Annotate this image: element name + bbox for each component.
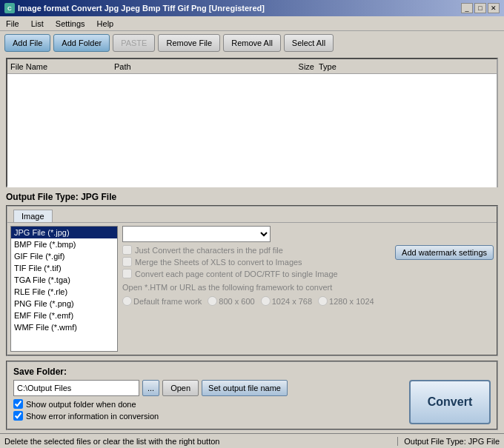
radio-default: Default frame work [122,296,202,306]
doc-checkbox-row: Convert each page content of DOC/RTF to … [122,269,392,278]
format-item-bmp[interactable]: BMP File (*.bmp) [11,238,117,250]
radio-800-input[interactable] [208,296,217,306]
paste-button[interactable]: PASTE [113,34,155,52]
maximize-button[interactable]: □ [474,3,486,13]
window-title: Image format Convert Jpg Jpeg Bmp Tiff G… [18,4,265,13]
options-right: Just Convert the characters in the pdf f… [122,226,494,352]
framework-label: Open *.HTM or URL as the following frame… [122,283,494,292]
radio-row: Default frame work 800 x 600 1024 x 768 … [122,296,494,306]
main-content: File Name Path Size Type Output File Typ… [0,55,504,433]
status-left: Delete the selected files or clear the l… [4,437,219,446]
col-header-filename: File Name [10,62,114,71]
radio-default-label: Default frame work [133,297,202,306]
image-tab[interactable]: Image [13,210,53,222]
options-panel: Image JPG File (*.jpg) BMP File (*.bmp) … [6,205,498,356]
remove-file-button[interactable]: Remove File [158,34,220,52]
options-checkboxes: Just Convert the characters in the pdf f… [122,245,392,278]
xls-checkbox[interactable] [122,257,132,267]
format-item-emf[interactable]: EMF File (*.emf) [11,310,117,321]
save-folder-input[interactable] [13,380,139,396]
radio-1024: 1024 x 768 [261,296,312,306]
show-error-checkbox-row: Show error information in conversion [13,411,403,421]
doc-checkbox[interactable] [122,269,132,278]
menu-bar: File List Settings Help [0,16,504,31]
radio-1024-label: 1024 x 768 [272,297,312,306]
format-item-wmf[interactable]: WMF File (*.wmf) [11,321,117,333]
format-list: JPG File (*.jpg) BMP File (*.bmp) GIF Fi… [10,226,118,352]
pdf-checkbox-row: Just Convert the characters in the pdf f… [122,245,392,255]
menu-list[interactable]: List [28,19,47,29]
status-bar: Delete the selected files or clear the l… [0,433,504,448]
add-file-button[interactable]: Add File [4,34,50,52]
pdf-checkbox-label: Just Convert the characters in the pdf f… [135,246,283,255]
menu-file[interactable]: File [3,19,22,29]
open-button[interactable]: Open [162,380,199,396]
show-folder-checkbox-row: Show output folder when done [13,399,403,409]
show-folder-label: Show output folder when done [26,400,136,409]
window-controls: _ □ ✕ [461,3,500,13]
save-folder-label: Save Folder: [13,367,491,377]
format-item-rle[interactable]: RLE File (*.rle) [11,286,117,298]
add-folder-button[interactable]: Add Folder [53,34,110,52]
radio-1024-input[interactable] [261,296,271,306]
set-output-button[interactable]: Set output file name [202,380,288,396]
options-body: JPG File (*.jpg) BMP File (*.bmp) GIF Fi… [7,222,497,355]
menu-help[interactable]: Help [94,19,117,29]
menu-settings[interactable]: Settings [53,19,88,29]
col-header-size: Size [273,62,314,71]
doc-checkbox-label: Convert each page content of DOC/RTF to … [135,270,338,278]
browse-button[interactable]: ... [142,380,159,396]
save-checkboxes: Show output folder when done Show error … [13,399,403,421]
status-right: Output File Type: JPG File [397,437,500,446]
file-list-panel: File Name Path Size Type [6,58,498,187]
remove-all-button[interactable]: Remove All [223,34,281,52]
format-item-gif[interactable]: GIF File (*.gif) [11,250,117,262]
pdf-checkbox[interactable] [122,245,132,255]
convert-button[interactable]: Convert [409,380,491,424]
file-list-header: File Name Path Size Type [7,59,497,74]
show-error-checkbox[interactable] [13,411,23,421]
file-list-body [7,74,497,187]
show-error-label: Show error information in conversion [26,412,159,421]
save-folder-section: Save Folder: ... Open Set output file na… [6,361,498,430]
format-item-tga[interactable]: TGA File (*.tga) [11,274,117,286]
select-all-button[interactable]: Select All [284,34,334,52]
toolbar: Add File Add Folder PASTE Remove File Re… [0,31,504,55]
close-button[interactable]: ✕ [488,3,500,13]
output-type-label: Output File Type: JPG File [6,192,498,202]
show-folder-checkbox[interactable] [13,399,23,409]
title-bar: C Image format Convert Jpg Jpeg Bmp Tiff… [0,0,504,16]
radio-800-label: 800 x 600 [219,297,254,306]
radio-1280-label: 1280 x 1024 [329,297,374,306]
radio-800: 800 x 600 [208,296,254,306]
radio-default-input[interactable] [122,296,132,306]
format-item-jpg[interactable]: JPG File (*.jpg) [11,227,117,238]
format-item-tif[interactable]: TIF File (*.tif) [11,262,117,274]
app-icon: C [4,3,15,13]
xls-checkbox-label: Merge the Sheets of XLS to convert to Im… [135,258,302,267]
format-item-png[interactable]: PNG File (*.png) [11,298,117,310]
minimize-button[interactable]: _ [461,3,473,13]
col-header-type: Type [314,62,374,71]
xls-checkbox-row: Merge the Sheets of XLS to convert to Im… [122,257,392,267]
format-options-select[interactable] [122,226,271,242]
col-header-path: Path [114,62,273,71]
radio-1280-input[interactable] [318,296,328,306]
save-folder-row: ... Open Set output file name [13,380,403,396]
watermark-button[interactable]: Add watermark settings [395,245,494,260]
radio-1280: 1280 x 1024 [318,296,374,306]
